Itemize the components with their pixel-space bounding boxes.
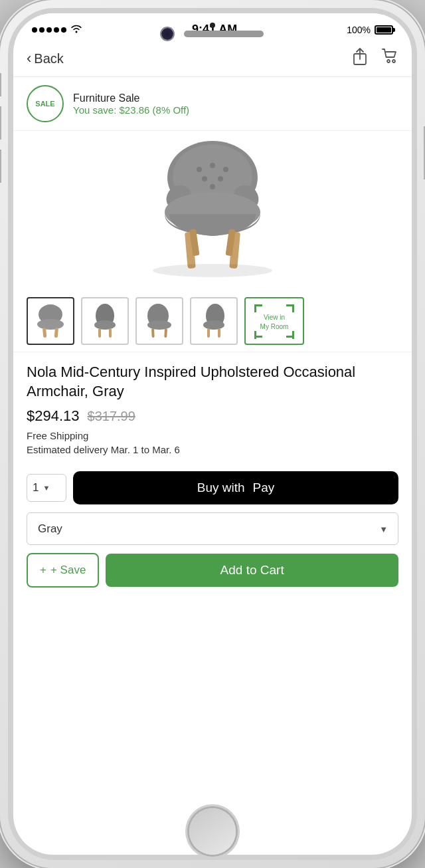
back-button[interactable]: ‹ Back	[27, 50, 64, 67]
svg-rect-34	[254, 304, 256, 312]
volume-down-button[interactable]	[0, 150, 1, 183]
svg-text:View in: View in	[264, 314, 285, 321]
price-row: $294.13 $317.99	[27, 407, 398, 425]
volume-up-button[interactable]	[0, 106, 1, 140]
original-price: $317.99	[88, 409, 135, 424]
phone-inner: 9:41 AM 100% ‹ Back	[8, 8, 417, 860]
screen: 9:41 AM 100% ‹ Back	[13, 13, 412, 855]
svg-point-18	[37, 319, 64, 330]
svg-rect-32	[218, 328, 220, 338]
top-sensor	[210, 23, 215, 28]
save-button[interactable]: + + Save	[27, 553, 99, 588]
shipping-info: Free Shipping	[27, 430, 398, 441]
svg-text:My Room: My Room	[260, 323, 289, 330]
product-image	[133, 138, 292, 284]
view-in-room-button[interactable]: View in My Room	[244, 297, 304, 345]
phone-top-bezel	[8, 28, 417, 40]
product-info: Nola Mid-Century Inspired Upholstered Oc…	[13, 352, 412, 463]
nav-bar: ‹ Back	[13, 42, 412, 77]
buy-with-apple-pay-button[interactable]: Buy with Pay	[73, 471, 398, 504]
svg-point-5	[197, 167, 202, 172]
back-chevron-icon: ‹	[27, 50, 31, 67]
phone-frame: 9:41 AM 100% ‹ Back	[0, 0, 425, 868]
sale-banner: SALE Furniture Sale You save: $23.86 (8%…	[13, 77, 412, 131]
svg-point-7	[223, 167, 228, 172]
save-label: + Save	[50, 564, 86, 577]
product-content: SALE Furniture Sale You save: $23.86 (8%…	[13, 77, 412, 855]
svg-rect-23	[98, 328, 101, 338]
quantity-selector[interactable]: 1 ▼	[27, 474, 66, 502]
svg-point-8	[202, 176, 207, 181]
current-price: $294.13	[27, 407, 80, 425]
color-select-row: Gray Blue Beige Green	[27, 512, 398, 545]
sale-badge: SALE	[27, 85, 64, 122]
nav-actions	[352, 47, 398, 70]
mute-button[interactable]	[0, 73, 1, 96]
add-to-cart-label: Add to Cart	[220, 563, 284, 577]
back-label: Back	[34, 51, 63, 66]
thumbnail-2[interactable]	[81, 297, 129, 345]
color-select[interactable]: Gray Blue Beige Green	[27, 512, 398, 545]
svg-rect-24	[109, 328, 112, 338]
svg-rect-38	[254, 331, 256, 339]
svg-point-2	[392, 60, 395, 62]
quantity-value: 1	[33, 481, 39, 494]
svg-point-9	[218, 176, 223, 181]
svg-point-30	[203, 320, 224, 330]
svg-point-16	[153, 264, 272, 277]
svg-rect-40	[292, 331, 294, 339]
sale-savings: You save: $23.86 (8% Off)	[73, 104, 189, 116]
buy-with-label: Buy with	[197, 481, 245, 495]
svg-point-6	[210, 163, 215, 168]
quantity-dropdown-arrow: ▼	[42, 484, 50, 492]
svg-rect-27	[151, 328, 155, 338]
svg-point-22	[94, 320, 116, 330]
thumbnail-4[interactable]	[190, 297, 238, 345]
share-icon[interactable]	[352, 47, 368, 70]
product-title: Nola Mid-Century Inspired Upholstered Oc…	[27, 363, 398, 401]
save-icon: +	[40, 564, 46, 577]
svg-point-1	[387, 60, 390, 62]
earpiece-speaker	[184, 31, 264, 37]
thumbnail-1[interactable]	[27, 297, 74, 345]
home-button[interactable]	[189, 808, 236, 855]
svg-point-26	[147, 320, 171, 330]
sale-text-block: Furniture Sale You save: $23.86 (8% Off)	[73, 92, 189, 116]
product-image-area	[13, 131, 412, 290]
sale-title: Furniture Sale	[73, 92, 189, 104]
color-select-wrapper: Gray Blue Beige Green	[27, 512, 398, 545]
qty-buywith-row: 1 ▼ Buy with Pay	[27, 471, 398, 504]
front-camera	[161, 28, 173, 40]
actions-area: 1 ▼ Buy with Pay Gray	[13, 463, 412, 596]
cart-icon[interactable]	[381, 48, 398, 69]
delivery-info: Estimated delivery Mar. 1 to Mar. 6	[27, 444, 398, 455]
pay-label: Pay	[253, 481, 275, 495]
thumbnail-3[interactable]	[135, 297, 183, 345]
svg-point-10	[210, 184, 215, 189]
svg-rect-36	[292, 304, 294, 312]
add-to-cart-button[interactable]: Add to Cart	[106, 554, 398, 587]
svg-rect-31	[207, 328, 210, 338]
save-addtocart-row: + + Save Add to Cart	[27, 553, 398, 588]
svg-rect-28	[164, 328, 167, 338]
thumbnail-strip: View in My Room	[13, 290, 412, 352]
